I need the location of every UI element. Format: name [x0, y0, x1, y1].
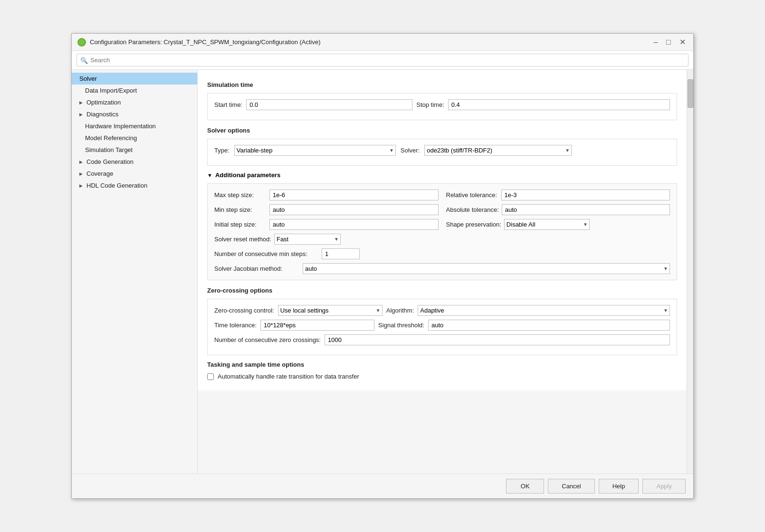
solver-reset-method-label: Solver reset method:	[214, 236, 271, 243]
relative-tolerance-label: Relative tolerance:	[446, 191, 498, 199]
tasking-section: Tasking and sample time options Automati…	[207, 361, 677, 380]
solver-jacobian-select-wrapper: auto sparse full ▼	[303, 263, 670, 274]
additional-params-section: ▼ Additional parameters Max step size:	[207, 171, 677, 280]
title-bar-left: Configuration Parameters: Crystal_T_NPC_…	[77, 38, 321, 47]
title-controls: – □ ✕	[651, 38, 688, 47]
algorithm-select-wrapper: Adaptive Non-Adaptive ▼	[418, 305, 670, 316]
sidebar-item-optimization[interactable]: Optimization	[72, 96, 197, 108]
sidebar-item-hdl-code-generation[interactable]: HDL Code Generation	[72, 180, 197, 191]
tasking-title: Tasking and sample time options	[207, 361, 677, 368]
solver-jacobian-select[interactable]: auto sparse full	[303, 263, 670, 274]
sim-time-row: Start time: Stop time:	[214, 99, 670, 110]
content-area: Simulation time Start time: Stop time: S…	[198, 70, 687, 390]
solver-label: Solver:	[401, 147, 420, 154]
window-title: Configuration Parameters: Crystal_T_NPC_…	[90, 38, 321, 46]
min-step-size-input[interactable]	[269, 204, 439, 215]
zero-crossing-section: Zero-crossing options Zero-crossing cont…	[207, 287, 677, 355]
additional-params-title: Additional parameters	[215, 171, 280, 179]
max-step-size-label: Max step size:	[214, 191, 267, 199]
stop-time-label: Stop time:	[416, 101, 444, 108]
absolute-tolerance-input[interactable]	[502, 204, 670, 215]
search-bar: 🔍	[72, 51, 693, 70]
solver-options-section: Type: Variable-step Fixed-step ▼ Solver:	[207, 139, 677, 166]
footer: OK Cancel Help Apply	[72, 474, 693, 498]
search-input[interactable]	[76, 54, 688, 66]
shape-preservation-select[interactable]: Disable All Enable All	[504, 219, 590, 230]
num-consecutive-zero-crossings-row: Number of consecutive zero crossings:	[214, 334, 670, 345]
sidebar-item-simulation-target[interactable]: Simulation Target	[72, 144, 197, 156]
time-tolerance-input[interactable]	[260, 320, 374, 331]
solver-type-label: Type:	[214, 147, 230, 154]
absolute-tolerance-label: Absolute tolerance:	[446, 206, 499, 213]
scrollbar-thumb[interactable]	[688, 79, 693, 108]
start-time-input[interactable]	[246, 99, 412, 110]
zero-crossing-control-row: Zero-crossing control: Use local setting…	[214, 305, 670, 316]
algorithm-label: Algorithm:	[386, 307, 414, 314]
initial-step-size-label: Initial step size:	[214, 221, 267, 228]
close-button[interactable]: ✕	[678, 38, 688, 47]
help-button[interactable]: Help	[599, 479, 639, 494]
time-tolerance-row: Time tolerance: Signal threshold:	[214, 320, 670, 331]
zero-crossing-control-label: Zero-crossing control:	[214, 307, 274, 314]
sidebar-item-coverage[interactable]: Coverage	[72, 168, 197, 180]
signal-threshold-input[interactable]	[428, 320, 670, 331]
num-consecutive-min-steps-label: Number of consecutive min steps:	[214, 250, 319, 257]
main-content: Solver Data Import/Export Optimization D…	[72, 70, 693, 474]
initial-step-size-input[interactable]	[269, 219, 439, 230]
sidebar-item-data-import-export[interactable]: Data Import/Export	[72, 85, 197, 96]
max-step-size-input[interactable]	[269, 190, 439, 200]
simulation-time-title: Simulation time	[207, 81, 677, 88]
solver-options-title: Solver options	[207, 127, 677, 134]
solver-reset-method-row: Solver reset method: Fast Robust ▼	[214, 234, 439, 245]
solver-type-select[interactable]: Variable-step Fixed-step	[234, 145, 396, 156]
content-scroll: Simulation time Start time: Stop time: S…	[198, 70, 687, 474]
simulink-icon	[77, 38, 86, 47]
solver-jacobian-row: Solver Jacobian method: auto sparse full…	[214, 263, 670, 274]
solver-reset-method-select[interactable]: Fast Robust	[274, 234, 341, 245]
relative-tolerance-row: Relative tolerance:	[446, 190, 670, 200]
solver-reset-method-select-wrapper: Fast Robust ▼	[274, 234, 341, 245]
signal-threshold-label: Signal threshold:	[378, 322, 424, 329]
sidebar-item-diagnostics[interactable]: Diagnostics	[72, 108, 197, 120]
maximize-button[interactable]: □	[664, 38, 673, 47]
sidebar-item-code-generation[interactable]: Code Generation	[72, 156, 197, 168]
algorithm-select[interactable]: Adaptive Non-Adaptive	[418, 305, 670, 316]
absolute-tolerance-row: Absolute tolerance:	[446, 204, 670, 215]
sidebar-item-solver[interactable]: Solver	[72, 73, 197, 85]
cancel-button[interactable]: Cancel	[548, 479, 594, 494]
solver-select[interactable]: ode23tb (stiff/TR-BDF2) ode45 ode23 ode1…	[424, 145, 572, 156]
shape-preservation-select-wrapper: Disable All Enable All ▼	[504, 219, 590, 230]
relative-tolerance-input[interactable]	[501, 190, 670, 200]
shape-preservation-row: Shape preservation: Disable All Enable A…	[446, 219, 670, 230]
simulation-time-section: Start time: Stop time:	[207, 93, 677, 120]
title-bar: Configuration Parameters: Crystal_T_NPC_…	[72, 34, 693, 51]
auto-handle-checkbox[interactable]	[207, 373, 214, 380]
num-consecutive-min-steps-input[interactable]	[322, 248, 360, 259]
search-icon: 🔍	[80, 57, 88, 64]
zero-crossing-title: Zero-crossing options	[207, 287, 677, 294]
additional-params-inner: Max step size: Relative tolerance:	[207, 183, 677, 280]
min-step-size-row: Min step size:	[214, 204, 439, 215]
solver-jacobian-label: Solver Jacobian method:	[214, 265, 300, 272]
ok-button[interactable]: OK	[506, 479, 544, 494]
apply-button[interactable]: Apply	[642, 479, 686, 494]
min-step-size-label: Min step size:	[214, 206, 267, 213]
solver-type-select-wrapper: Variable-step Fixed-step ▼	[234, 145, 396, 156]
solver-select-wrapper: ode23tb (stiff/TR-BDF2) ode45 ode23 ode1…	[424, 145, 572, 156]
search-wrapper: 🔍	[76, 54, 688, 66]
minimize-button[interactable]: –	[651, 38, 660, 47]
collapse-arrow-icon: ▼	[207, 172, 212, 178]
max-step-size-row: Max step size:	[214, 190, 439, 200]
stop-time-input[interactable]	[448, 99, 670, 110]
num-consecutive-zero-crossings-input[interactable]	[325, 334, 670, 345]
right-panel: Simulation time Start time: Stop time: S…	[198, 70, 693, 474]
scrollbar-track	[687, 70, 693, 474]
initial-step-size-row: Initial step size:	[214, 219, 439, 230]
zero-crossing-control-select-wrapper: Use local settings Enable all Disable al…	[278, 305, 382, 316]
sidebar-item-model-referencing[interactable]: Model Referencing	[72, 132, 197, 144]
zero-crossing-control-select[interactable]: Use local settings Enable all Disable al…	[278, 305, 382, 316]
params-grid: Max step size: Relative tolerance:	[214, 190, 670, 274]
sidebar-item-hardware-implementation[interactable]: Hardware Implementation	[72, 120, 197, 132]
sidebar: Solver Data Import/Export Optimization D…	[72, 70, 198, 474]
additional-params-header[interactable]: ▼ Additional parameters	[207, 171, 677, 179]
